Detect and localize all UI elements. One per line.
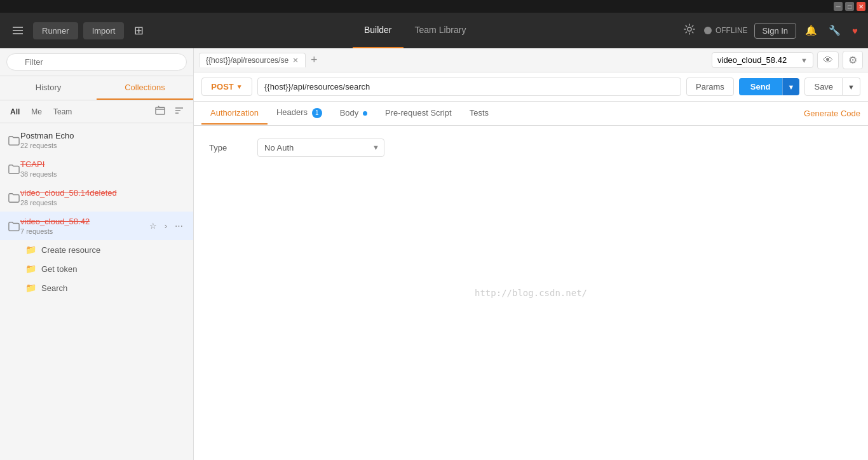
sub-item-label: Get token [41, 264, 77, 274]
new-tab-button[interactable]: ⊞ [129, 20, 149, 41]
auth-type-label: Type [209, 143, 247, 152]
collection-item-tcapi[interactable]: TCAPI 38 requests [0, 154, 193, 183]
tab-team-library[interactable]: Team Library [403, 13, 478, 48]
url-input[interactable] [257, 78, 681, 96]
collection-info: video_cloud_58.42 7 requests [20, 217, 147, 235]
request-subtabs: Authorization Headers 1 Body Pre-request… [194, 102, 868, 126]
folder-icon [8, 220, 20, 232]
star-button[interactable]: ☆ [147, 220, 159, 232]
collection-info: Postman Echo 22 requests [20, 131, 186, 149]
sub-item-search[interactable]: 📁 Search [0, 278, 193, 297]
import-button[interactable]: Import [83, 22, 125, 39]
gear-icon[interactable]: ⚙ [843, 51, 863, 69]
tab-collections[interactable]: Collections [97, 76, 193, 100]
dropdown-arrow: ▼ [801, 57, 808, 64]
tab-url-label: {{host}}/api/resources/se [206, 56, 288, 65]
send-button-group: Send ▼ [739, 78, 800, 95]
method-dropdown[interactable]: POST ▼ [201, 78, 252, 96]
folder-icon [8, 163, 20, 175]
generate-code-button[interactable]: Generate Code [804, 104, 860, 123]
send-button[interactable]: Send [739, 78, 782, 95]
settings-icon[interactable] [681, 21, 698, 40]
body-dot-badge [363, 111, 367, 116]
offline-status: OFFLINE [704, 26, 748, 35]
filter-all[interactable]: All [6, 106, 24, 118]
request-tab[interactable]: {{host}}/api/resources/se ✕ [199, 53, 306, 67]
expand-button[interactable]: › [162, 220, 170, 232]
folder-icon [8, 135, 20, 146]
tab-builder[interactable]: Builder [353, 13, 403, 48]
nav-tabs: Builder Team Library [154, 13, 675, 48]
collection-count: 38 requests [20, 170, 186, 178]
collection-list: Postman Echo 22 requests TCAPI 38 reques… [0, 123, 193, 460]
eye-icon[interactable]: 👁 [817, 51, 839, 69]
sub-folder-icon: 📁 [25, 245, 36, 255]
tab-history[interactable]: History [0, 76, 97, 100]
collection-item-postman-echo[interactable]: Postman Echo 22 requests [0, 126, 193, 154]
sidebar: 🔍 History Collections All Me Team [0, 48, 194, 460]
params-button[interactable]: Params [686, 78, 734, 96]
filter-input[interactable] [6, 53, 187, 71]
collection-name-redacted: TCAPI [20, 159, 186, 169]
maximize-button[interactable]: □ [845, 2, 854, 11]
bell-icon[interactable]: 🔔 [803, 22, 820, 39]
filter-team[interactable]: Team [50, 106, 76, 118]
watermark: http://blog.csdn.net/ [475, 288, 587, 298]
collection-item-video-cloud-deleted[interactable]: video_cloud_58.14deleted 28 requests [0, 183, 193, 212]
auth-select-wrap: No Auth Bearer Token Basic Auth OAuth 2.… [257, 139, 384, 157]
svg-rect-4 [156, 107, 165, 114]
tab-body[interactable]: Body [331, 102, 376, 125]
minimize-button[interactable]: ─ [834, 2, 843, 11]
collection-name-active-redacted: video_cloud_58.42 [20, 217, 147, 226]
url-bar: POST ▼ Params Send ▼ Save ▼ [194, 72, 868, 102]
collection-count: 28 requests [20, 199, 186, 206]
sign-in-button[interactable]: Sign In [754, 23, 796, 39]
svg-point-3 [688, 27, 691, 31]
sidebar-filter-row: All Me Team [0, 100, 193, 123]
collection-info: video_cloud_58.14deleted 28 requests [20, 188, 186, 206]
sidebar-filter-area: 🔍 [0, 48, 193, 76]
nav-right: OFFLINE Sign In 🔔 🔧 ♥ [681, 21, 860, 40]
tab-authorization[interactable]: Authorization [201, 102, 268, 125]
heart-icon[interactable]: ♥ [850, 23, 860, 39]
collection-item-video-cloud-active[interactable]: video_cloud_58.42 7 requests ☆ › ⋯ [0, 212, 193, 240]
sub-item-get-token[interactable]: 📁 Get token [0, 259, 193, 278]
headers-badge: 1 [312, 108, 322, 118]
top-right-controls: video_cloud_58.42 ▼ 👁 ⚙ [712, 51, 863, 69]
top-nav: Runner Import ⊞ Builder Team Library OFF… [0, 13, 868, 48]
filter-me[interactable]: Me [27, 106, 46, 118]
auth-type-select[interactable]: No Auth Bearer Token Basic Auth OAuth 2.… [257, 139, 384, 157]
tab-headers[interactable]: Headers 1 [268, 102, 331, 125]
tab-close-icon[interactable]: ✕ [292, 56, 299, 65]
add-collection-icon[interactable] [153, 104, 168, 119]
environment-value: video_cloud_58.42 [717, 55, 787, 65]
method-label: POST [211, 82, 233, 91]
offline-label: OFFLINE [715, 26, 748, 35]
sort-icon[interactable] [172, 104, 187, 119]
auth-type-row: Type No Auth Bearer Token Basic Auth OAu… [209, 139, 853, 157]
method-arrow: ▼ [236, 83, 243, 90]
close-button[interactable]: ✕ [857, 2, 865, 11]
tab-pre-request[interactable]: Pre-request Script [376, 102, 461, 125]
save-dropdown-button[interactable]: ▼ [843, 78, 860, 96]
sidebar-toggle-button[interactable] [8, 22, 28, 39]
sidebar-tabs: History Collections [0, 76, 193, 100]
auth-content: Type No Auth Bearer Token Basic Auth OAu… [194, 126, 868, 180]
runner-button[interactable]: Runner [33, 22, 78, 39]
environment-dropdown[interactable]: video_cloud_58.42 ▼ [712, 52, 813, 68]
offline-dot [704, 27, 712, 34]
save-button-group: Save ▼ [804, 78, 860, 96]
save-button[interactable]: Save [804, 78, 843, 96]
add-tab-button[interactable]: + [307, 53, 322, 67]
send-dropdown-button[interactable]: ▼ [782, 78, 800, 95]
filter-right-icons [153, 104, 187, 119]
request-tab-bar: {{host}}/api/resources/se ✕ + video_clou… [194, 48, 868, 72]
sub-item-label: Search [41, 283, 67, 293]
tab-tests[interactable]: Tests [461, 102, 498, 125]
sub-item-create-resource[interactable]: 📁 Create resource [0, 240, 193, 259]
filter-wrap: 🔍 [6, 53, 187, 71]
folder-icon [8, 192, 20, 203]
more-options-button[interactable]: ⋯ [172, 220, 186, 232]
wrench-icon[interactable]: 🔧 [826, 22, 843, 39]
collection-name: Postman Echo [20, 131, 186, 140]
